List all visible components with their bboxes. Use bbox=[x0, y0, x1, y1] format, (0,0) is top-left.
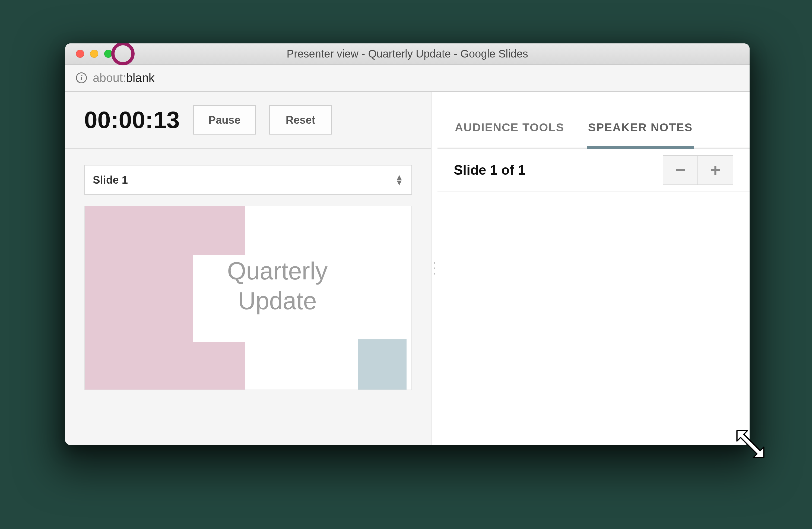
maximize-traffic-light-icon[interactable] bbox=[104, 50, 112, 58]
notes-zoom-controls: − + bbox=[663, 155, 733, 185]
right-tabs: AUDIENCE TOOLS SPEAKER NOTES bbox=[437, 92, 750, 149]
close-traffic-light-icon[interactable] bbox=[76, 50, 84, 58]
highlight-circle-annotation bbox=[111, 43, 135, 65]
notes-header: Slide 1 of 1 − + bbox=[437, 149, 750, 192]
minimize-traffic-light-icon[interactable] bbox=[90, 50, 98, 58]
slide-selector[interactable]: Slide 1 ▲▼ bbox=[84, 165, 412, 195]
timer-row: 00:00:13 Pause Reset bbox=[65, 92, 431, 149]
slide-selector-value: Slide 1 bbox=[93, 174, 128, 186]
url-text: about:blank bbox=[93, 71, 155, 85]
right-pane: AUDIENCE TOOLS SPEAKER NOTES Slide 1 of … bbox=[437, 92, 750, 445]
elapsed-timer: 00:00:13 bbox=[84, 106, 180, 134]
slide-preview-container: Quarterly Update bbox=[65, 206, 431, 445]
slide-title-line2: Update bbox=[238, 287, 317, 314]
notes-position: Slide 1 of 1 bbox=[454, 162, 525, 178]
pause-button[interactable]: Pause bbox=[193, 105, 256, 135]
speaker-notes-body[interactable] bbox=[437, 192, 750, 445]
left-pane: 00:00:13 Pause Reset Slide 1 ▲▼ Quarte bbox=[65, 92, 432, 445]
window-titlebar: Presenter view - Quarterly Update - Goog… bbox=[65, 43, 750, 64]
tab-speaker-notes[interactable]: SPEAKER NOTES bbox=[587, 107, 694, 149]
zoom-out-button[interactable]: − bbox=[663, 155, 698, 185]
grip-dots-icon bbox=[434, 262, 435, 275]
slide-preview[interactable]: Quarterly Update bbox=[84, 206, 412, 390]
app-window: Presenter view - Quarterly Update - Goog… bbox=[65, 43, 750, 445]
url-path: blank bbox=[126, 71, 155, 84]
updown-stepper-icon: ▲▼ bbox=[395, 175, 403, 185]
slide-selector-row: Slide 1 ▲▼ bbox=[65, 149, 431, 206]
reset-button[interactable]: Reset bbox=[269, 105, 332, 135]
zoom-in-button[interactable]: + bbox=[698, 155, 733, 185]
window-title: Presenter view - Quarterly Update - Goog… bbox=[65, 48, 750, 60]
url-scheme: about: bbox=[93, 71, 126, 84]
presenter-content: 00:00:13 Pause Reset Slide 1 ▲▼ Quarte bbox=[65, 92, 750, 445]
slide-decor-blue-block bbox=[358, 339, 407, 390]
slide-title-line1: Quarterly bbox=[227, 258, 328, 284]
tab-audience-tools[interactable]: AUDIENCE TOOLS bbox=[454, 107, 565, 149]
slide-title-text: Quarterly Update bbox=[193, 256, 362, 316]
browser-address-bar[interactable]: i about:blank bbox=[65, 64, 750, 92]
pane-resize-handle[interactable] bbox=[432, 92, 437, 445]
site-info-icon[interactable]: i bbox=[76, 72, 87, 83]
window-controls bbox=[65, 50, 112, 58]
